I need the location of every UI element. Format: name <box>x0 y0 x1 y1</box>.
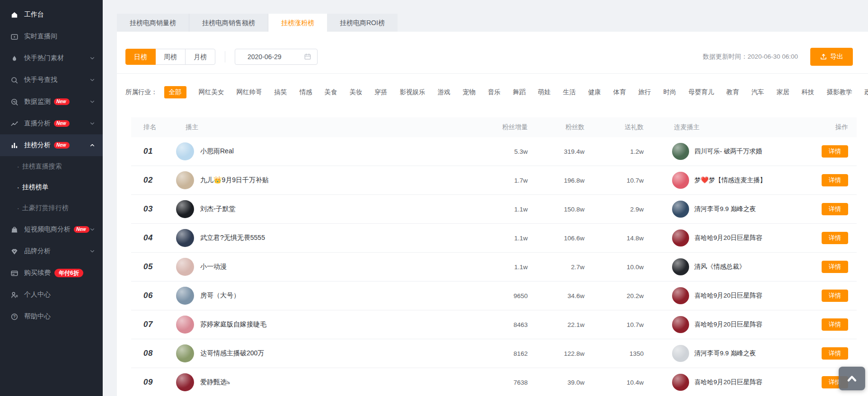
mic-host-cell: 四川可乐- 破两千万求婚 <box>644 143 807 160</box>
mic-host-avatar[interactable] <box>672 316 689 333</box>
mic-host-avatar[interactable] <box>672 229 689 246</box>
sidebar-subitem-2[interactable]: ·土豪打赏排行榜 <box>0 198 103 219</box>
sidebar-item-1[interactable]: 实时直播间 <box>0 26 103 47</box>
detail-button[interactable]: 详情 <box>822 290 848 302</box>
period-button-1[interactable]: 周榜 <box>155 49 186 65</box>
sidebar-item-label: 短视频电商分析 <box>24 225 71 234</box>
mic-host-name[interactable]: 喜哈哈9月20日巨星阵容 <box>694 378 762 387</box>
sidebar-item-11[interactable]: ?帮助中心 <box>0 306 103 327</box>
sidebar-item-4[interactable]: 数据监测New <box>0 91 103 113</box>
mic-host-name[interactable]: 四川可乐- 破两千万求婚 <box>694 147 762 156</box>
host-avatar[interactable] <box>176 200 194 218</box>
host-avatar[interactable] <box>176 258 194 276</box>
industry-option-5[interactable]: 美食 <box>325 86 337 98</box>
tab-1[interactable]: 挂榜电商销售额榜 <box>189 14 268 32</box>
industry-option-13[interactable]: 萌娃 <box>538 86 551 98</box>
sidebar-item-8[interactable]: 品牌分析 <box>0 240 103 262</box>
industry-option-19[interactable]: 母婴育儿 <box>689 86 714 98</box>
mic-host-name[interactable]: 喜哈哈9月20日巨星阵容 <box>694 291 762 300</box>
mic-host-name[interactable]: 清河李哥9.9 巅峰之夜 <box>694 349 756 358</box>
host-name[interactable]: 爱静甄选৯ <box>200 378 230 387</box>
detail-button[interactable]: 详情 <box>822 145 848 158</box>
sidebar-item-2[interactable]: 快手热门素材 <box>0 47 103 69</box>
mic-host-name[interactable]: 喜哈哈9月20日巨星阵容 <box>694 320 762 329</box>
host-avatar[interactable] <box>176 142 194 160</box>
detail-button[interactable]: 详情 <box>822 174 848 186</box>
sidebar-item-7[interactable]: 短视频电商分析New <box>0 219 103 240</box>
period-button-2[interactable]: 月榜 <box>185 49 215 65</box>
industry-option-3[interactable]: 搞笑 <box>275 86 287 98</box>
host-name[interactable]: 刘杰-子默堂 <box>200 205 236 213</box>
host-avatar[interactable] <box>176 171 194 189</box>
host-avatar[interactable] <box>176 287 194 305</box>
host-avatar[interactable] <box>176 344 194 362</box>
sidebar-item-label: 品牌分析 <box>24 247 51 255</box>
sidebar-item-6[interactable]: 挂榜分析New <box>0 134 103 156</box>
host-avatar[interactable] <box>176 229 194 247</box>
host-name[interactable]: 小思雨Real <box>200 147 234 156</box>
industry-option-17[interactable]: 旅行 <box>638 86 651 98</box>
industry-option-9[interactable]: 游戏 <box>438 86 451 98</box>
industry-option-25[interactable]: 政务 <box>865 86 868 98</box>
host-name[interactable]: 达哥情感主播破200万 <box>200 349 264 358</box>
tab-3[interactable]: 挂榜电商ROI榜 <box>327 14 398 32</box>
mic-host-avatar[interactable] <box>672 258 689 275</box>
sidebar-item-5[interactable]: 直播分析New <box>0 113 103 134</box>
host-name[interactable]: 苏婷家庭版自嫁接睫毛 <box>200 320 266 329</box>
host-name[interactable]: 九儿👑9月9日千万补贴 <box>200 176 269 185</box>
industry-option-6[interactable]: 美妆 <box>350 86 363 98</box>
industry-option-18[interactable]: 时尚 <box>664 86 676 98</box>
mic-host-avatar[interactable] <box>672 287 689 304</box>
detail-button[interactable]: 详情 <box>822 261 848 273</box>
detail-button[interactable]: 详情 <box>822 232 848 244</box>
industry-option-0[interactable]: 全部 <box>164 86 186 98</box>
mic-host-avatar[interactable] <box>672 172 689 189</box>
export-button[interactable]: 导出 <box>810 48 853 66</box>
industry-option-15[interactable]: 健康 <box>588 86 601 98</box>
sidebar-item-3[interactable]: 快手号查找 <box>0 69 103 91</box>
rank-cell: 02 <box>131 176 176 185</box>
date-picker[interactable]: 2020-06-29 <box>235 49 318 65</box>
industry-option-11[interactable]: 音乐 <box>488 86 501 98</box>
industry-option-14[interactable]: 生活 <box>563 86 576 98</box>
mic-host-name[interactable]: 清风《情感总裁》 <box>694 263 745 271</box>
industry-option-24[interactable]: 摄影教学 <box>827 86 852 98</box>
industry-option-16[interactable]: 体育 <box>613 86 626 98</box>
mic-host-avatar[interactable] <box>672 345 689 362</box>
sidebar-item-0[interactable]: 工作台 <box>0 4 103 26</box>
industry-option-23[interactable]: 科技 <box>802 86 815 98</box>
mic-host-name[interactable]: 梦❤️梦【情感连麦主播】 <box>694 176 766 185</box>
mic-host-avatar[interactable] <box>672 143 689 160</box>
sidebar-subitem-1[interactable]: ·挂榜榜单 <box>0 177 103 198</box>
detail-button[interactable]: 详情 <box>822 347 848 360</box>
detail-button[interactable]: 详情 <box>822 318 848 331</box>
host-name[interactable]: 房哥（大号） <box>200 291 240 300</box>
shopping-bag-icon <box>10 226 18 234</box>
industry-option-12[interactable]: 舞蹈 <box>513 86 526 98</box>
period-button-0[interactable]: 日榜 <box>125 49 156 65</box>
tab-0[interactable]: 挂榜电商销量榜 <box>117 14 189 32</box>
industry-option-2[interactable]: 网红帅哥 <box>237 86 262 98</box>
industry-option-8[interactable]: 影视娱乐 <box>400 86 425 98</box>
host-avatar[interactable] <box>176 316 194 334</box>
sidebar-subitem-0[interactable]: ·挂榜直播搜索 <box>0 156 103 177</box>
host-name[interactable]: 小一动漫 <box>200 263 227 271</box>
sidebar-item-9[interactable]: 购买续费年付6折 <box>0 262 103 284</box>
mic-host-avatar[interactable] <box>672 374 689 391</box>
host-avatar[interactable] <box>176 373 194 391</box>
tab-2[interactable]: 挂榜涨粉榜 <box>268 14 327 32</box>
mic-host-name[interactable]: 清河李哥9.9 巅峰之夜 <box>694 205 756 213</box>
industry-option-10[interactable]: 宠物 <box>463 86 476 98</box>
industry-option-22[interactable]: 家居 <box>777 86 789 98</box>
mic-host-name[interactable]: 喜哈哈9月20日巨星阵容 <box>694 234 762 242</box>
industry-option-1[interactable]: 网红美女 <box>199 86 224 98</box>
industry-option-21[interactable]: 汽车 <box>752 86 764 98</box>
industry-option-7[interactable]: 穿搭 <box>375 86 388 98</box>
industry-option-4[interactable]: 情感 <box>300 86 312 98</box>
sidebar-item-10[interactable]: 个人中心 <box>0 284 103 306</box>
industry-option-20[interactable]: 教育 <box>726 86 739 98</box>
mic-host-avatar[interactable] <box>672 201 689 218</box>
host-name[interactable]: 武立君?无惧无畏5555 <box>200 234 265 242</box>
back-to-top-button[interactable] <box>839 367 865 390</box>
detail-button[interactable]: 详情 <box>822 203 848 215</box>
